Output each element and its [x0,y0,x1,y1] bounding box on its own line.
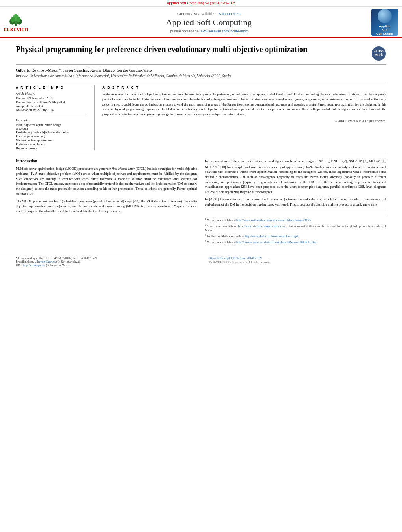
journal-logo-box: AppliedSoftComputing [371,9,398,36]
received-date: Received 21 November 2013 [16,96,86,100]
homepage-prefix: journal homepage: [170,29,200,33]
svg-point-5 [11,17,15,22]
footnote-2: 2 Source code available at: http://www.i… [205,224,386,233]
authors-text: Gilberto Reynoso-Meza *, Javier Sanchis,… [16,68,152,72]
footer-email[interactable]: gilreyme@upv.es [35,260,56,263]
issn-line: 1568-4946/© 2014 Elsevier B.V. All right… [209,261,271,264]
page-footer: * Corresponding author. Tel.: +34 963877… [0,254,402,267]
footer-right-section: http://dx.doi.org/10.1016/j.asoc.2014.07… [209,256,386,267]
journal-header: ELSEVIER Contents lists available at Sci… [0,7,402,38]
footnote-4: 4 Matlab code available at http://cswww.… [205,240,386,245]
article-title: Physical programming for preference driv… [16,44,307,54]
journal-header-center: Contents lists available at ScienceDirec… [51,12,367,33]
journal-title: Applied Soft Computing [51,17,367,28]
crossmark-badge: Cross Mark [371,46,386,61]
sciencedirect-prefix: Contents lists available at [177,12,218,16]
right-para-1: In the case of multi-objective optimizat… [205,158,386,195]
keyword-5: Preference articulation [16,143,86,146]
abstract-title: A B S T R A C T [102,85,386,89]
intro-para-1: Multi-objective optimization design (MOO… [16,166,197,196]
svg-text:Mark: Mark [374,53,383,57]
logo-line1: AppliedSoftComputing [376,24,393,36]
body-left-col: Introduction Multi-objective optimizatio… [16,158,197,246]
keywords-title: Keywords: [16,119,86,122]
corresponding-tel: * Corresponding author. Tel.: +34 963877… [16,256,193,260]
abstract-col: A B S T R A C T Preference articulation … [95,85,386,150]
url-line: URL: http://cpoh.upv.es/ (G. Reynoso-Mez… [16,263,193,267]
footnote-4-link[interactable]: http://cswww.essex.ac.uk/staff/zhang/Int… [236,240,316,244]
body-section: Introduction Multi-objective optimizatio… [16,158,386,246]
email-line: E-mail address: gilreyme@upv.es (G. Reyn… [16,260,193,263]
homepage-line: journal homepage: www.elsevier.com/locat… [51,29,367,33]
citation-text: Applied Soft Computing 24 (2014) 341–362 [167,1,235,5]
keyword-2: Evolutionary multi-objective optimizatio… [16,131,86,134]
footnote-3-link[interactable]: http://www.shef.ac.uk/acse/research/ecrg… [245,234,298,238]
footer-url[interactable]: http://cpoh.upv.es/ [23,263,45,267]
journal-logo-section: AppliedSoftComputing [367,9,398,36]
keyword-4: Many-objective optimization [16,139,86,142]
email-suffix: (G. Reynoso-Meza). [56,260,80,263]
homepage-link[interactable]: www.elsevier.com/locate/asoc [201,29,248,33]
sciencedirect-line: Contents lists available at ScienceDirec… [51,12,367,16]
footnotes-section: 1 Matlab code available at http://www.ma… [205,210,386,245]
body-right-col: In the case of multi-objective optimizat… [205,158,386,246]
svg-text:Cross: Cross [374,49,384,53]
svg-point-6 [17,17,21,22]
right-para-2: In [30,31] the importance of considering… [205,197,386,207]
keyword-3: Physical programming [16,135,86,138]
keywords-section: Keywords: Multi-objective optimization d… [16,119,86,150]
affiliation-line: Instituto Universitario de Automática e … [16,74,386,78]
copyright-line: © 2014 Elsevier B.V. All rights reserved… [102,119,386,123]
intro-title: Introduction [16,158,197,164]
accepted-date: Accepted 5 July 2014 [16,104,86,108]
sciencedirect-link[interactable]: ScienceDirect [219,12,241,16]
elsevier-label: ELSEVIER [4,27,28,32]
doi-link[interactable]: http://dx.doi.org/10.1016/j.asoc.2014.07… [209,256,386,260]
revised-date: Received in revised form 27 May 2014 [16,100,86,104]
main-content: Physical programming for preference driv… [0,38,402,250]
globe-icon [378,9,392,23]
keyword-1: Multi-objective optimization designproce… [16,123,86,130]
article-info-title: A R T I C L E I N F O [16,85,86,89]
footnote-2-link[interactable]: http://www.iitk.ac.in/kangal/codes.shtml [238,224,287,228]
history-label: Article history: [16,92,86,95]
abstract-text: Preference articulation in multi-objecti… [102,92,386,117]
email-label: E-mail address: [16,260,34,263]
footnote-1-link[interactable]: http://www.mathworks.com/matlabcentral/f… [236,219,311,222]
corresponding-author-note: * Corresponding author. Tel.: +34 963877… [16,256,193,267]
footer-left-col: * Corresponding author. Tel.: +34 963877… [16,256,386,267]
article-title-section: Physical programming for preference driv… [16,44,386,65]
elsevier-logo-section: ELSEVIER [4,13,51,32]
authors-line: Gilberto Reynoso-Meza *, Javier Sanchis,… [16,68,386,72]
elsevier-tree-icon [4,13,28,26]
history-group: Article history: Received 21 November 20… [16,92,86,112]
footnote-1: 1 Matlab code available at http://www.ma… [205,218,386,222]
elsevier-logo: ELSEVIER [4,13,47,32]
url-label: URL: [16,263,22,267]
citation-bar: Applied Soft Computing 24 (2014) 341–362 [0,0,402,7]
url-suffix: (G. Reynoso-Meza). [46,263,70,267]
info-section: A R T I C L E I N F O Article history: R… [16,82,386,154]
available-date: Available online 22 July 2014 [16,108,86,112]
keyword-6: Decision making [16,146,86,150]
article-info-col: A R T I C L E I N F O Article history: R… [16,85,95,150]
footnote-3: 3 Toolbox for Matlab available at http:/… [205,234,386,239]
intro-para-2: The MOOD procedure (see Fig. 1) identifi… [16,199,197,214]
